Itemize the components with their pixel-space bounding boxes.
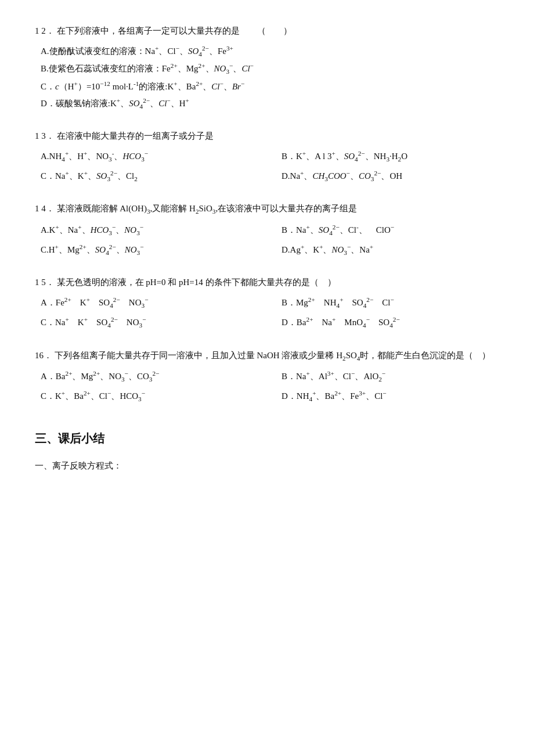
q13-option-b: B．K+、A l 3+、SO42−、NH3·H2O xyxy=(282,147,499,165)
q13-text: 在溶液中能大量共存的一组离子或分子是 xyxy=(57,131,214,141)
q14-option-c: C.H+、Mg2+、SO42−、NO3− xyxy=(41,241,258,258)
q14-option-row2: C.H+、Mg2+、SO42−、NO3− D.Ag+、K+、NO3−、Na+ xyxy=(41,241,499,258)
q12-option-a: A.使酚酞试液变红的溶液：Na+、Cl−、SO42−、Fe3+ xyxy=(41,42,499,60)
q12-text: 在下列溶液中，各组离子一定可以大量共存的是 （ ） xyxy=(57,26,292,35)
q16-option-a: A．Ba2+、Mg2+、NO3−、CO32− xyxy=(41,368,258,385)
q15-option-row1: A．Fe2+ K+ SO42− NO3− B．Mg2+ NH4+ SO42− C… xyxy=(41,294,499,311)
q14-title: 1 4． 某溶液既能溶解 Al(OH)3,又能溶解 H2SiO3,在该溶液中可以… xyxy=(35,201,499,217)
q14-text: 某溶液既能溶解 Al(OH)3,又能溶解 H2SiO3,在该溶液中可以大量共存的… xyxy=(57,204,358,213)
q16-number: 16． xyxy=(35,351,52,360)
q16-title: 16． 下列各组离子能大量共存于同一溶液中，且加入过量 NaOH 溶液或少量稀 … xyxy=(35,348,499,364)
q12-option-c: C．c（H+）=10−12 mol·L-1的溶液:K+、Ba2+、Cl−、Br− xyxy=(41,78,499,95)
question-16: 16． 下列各组离子能大量共存于同一溶液中，且加入过量 NaOH 溶液或少量稀 … xyxy=(35,348,499,405)
q16-option-row1: A．Ba2+、Mg2+、NO3−、CO32− B．Na+、Al3+、Cl−、Al… xyxy=(41,368,499,385)
q15-option-b: B．Mg2+ NH4+ SO42− Cl− xyxy=(282,294,499,311)
q12-number: 1 2． xyxy=(35,26,55,35)
q16-option-d: D．NH4+、Ba2+、Fe3+、Cl− xyxy=(282,387,499,405)
q13-options: A.NH4+、H+、NO3-、HCO3− B．K+、A l 3+、SO42−、N… xyxy=(41,147,499,185)
q15-option-d: D．Ba2+ Na+ MnO4− SO42− xyxy=(282,314,499,331)
q13-option-row2: C．Na+、K+、SO32−、Cl2 D.Na+、CH3COO−、CO32−、O… xyxy=(41,167,499,185)
q16-options: A．Ba2+、Mg2+、NO3−、CO32− B．Na+、Al3+、Cl−、Al… xyxy=(41,368,499,405)
q16-option-row2: C．K+、Ba2+、Cl−、HCO3− D．NH4+、Ba2+、Fe3+、Cl− xyxy=(41,387,499,405)
q16-text: 下列各组离子能大量共存于同一溶液中，且加入过量 NaOH 溶液或少量稀 H2SO… xyxy=(55,351,491,360)
q14-option-a: A.K+、Na+、HCO3−、NO3− xyxy=(41,221,258,239)
section-subtitle: 一、离子反映方程式： xyxy=(35,458,499,474)
question-13: 1 3． 在溶液中能大量共存的一组离子或分子是 A.NH4+、H+、NO3-、H… xyxy=(35,128,499,185)
q14-options: A.K+、Na+、HCO3−、NO3− B．Na+、SO42−、Cl-、 ClO… xyxy=(41,221,499,259)
q15-option-a: A．Fe2+ K+ SO42− NO3− xyxy=(41,294,258,311)
q16-option-c: C．K+、Ba2+、Cl−、HCO3− xyxy=(41,387,258,405)
q12-title: 1 2． 在下列溶液中，各组离子一定可以大量共存的是 （ ） xyxy=(35,23,499,39)
q15-text: 某无色透明的溶液，在 pH=0 和 pH=14 的条件下都能大量共存的是（ ） xyxy=(57,278,336,287)
section-title: 三、课后小结 xyxy=(35,428,499,449)
q15-option-row2: C．Na+ K+ SO42− NO3− D．Ba2+ Na+ MnO4− SO4… xyxy=(41,314,499,331)
q15-options: A．Fe2+ K+ SO42− NO3− B．Mg2+ NH4+ SO42− C… xyxy=(41,294,499,332)
q14-option-d: D.Ag+、K+、NO3−、Na+ xyxy=(282,241,499,258)
q14-number: 1 4． xyxy=(35,204,55,213)
q13-option-d: D.Na+、CH3COO−、CO32−、OH xyxy=(282,167,499,185)
question-15: 1 5． 某无色透明的溶液，在 pH=0 和 pH=14 的条件下都能大量共存的… xyxy=(35,275,499,332)
q16-option-b: B．Na+、Al3+、Cl−、AlO2− xyxy=(282,368,499,385)
q12-option-d: D．碳酸氢钠溶液:K+、SO42−、Cl−、H+ xyxy=(41,95,499,112)
q14-option-row1: A.K+、Na+、HCO3−、NO3− B．Na+、SO42−、Cl-、 ClO… xyxy=(41,221,499,239)
q12-options: A.使酚酞试液变红的溶液：Na+、Cl−、SO42−、Fe3+ B.使紫色石蕊试… xyxy=(41,42,499,112)
q13-title: 1 3． 在溶液中能大量共存的一组离子或分子是 xyxy=(35,128,499,144)
q13-option-c: C．Na+、K+、SO32−、Cl2 xyxy=(41,167,258,185)
q12-option-b: B.使紫色石蕊试液变红的溶液：Fe2+、Mg2+、NO3−、Cl− xyxy=(41,60,499,77)
question-12: 1 2． 在下列溶液中，各组离子一定可以大量共存的是 （ ） A.使酚酞试液变红… xyxy=(35,23,499,112)
q13-number: 1 3． xyxy=(35,131,55,141)
q13-option-row1: A.NH4+、H+、NO3-、HCO3− B．K+、A l 3+、SO42−、N… xyxy=(41,147,499,165)
q15-option-c: C．Na+ K+ SO42− NO3− xyxy=(41,314,258,331)
q15-number: 1 5． xyxy=(35,278,55,287)
q14-option-b: B．Na+、SO42−、Cl-、 ClO− xyxy=(282,221,499,239)
q13-option-a: A.NH4+、H+、NO3-、HCO3− xyxy=(41,147,258,165)
question-14: 1 4． 某溶液既能溶解 Al(OH)3,又能溶解 H2SiO3,在该溶液中可以… xyxy=(35,201,499,258)
q15-title: 1 5． 某无色透明的溶液，在 pH=0 和 pH=14 的条件下都能大量共存的… xyxy=(35,275,499,290)
